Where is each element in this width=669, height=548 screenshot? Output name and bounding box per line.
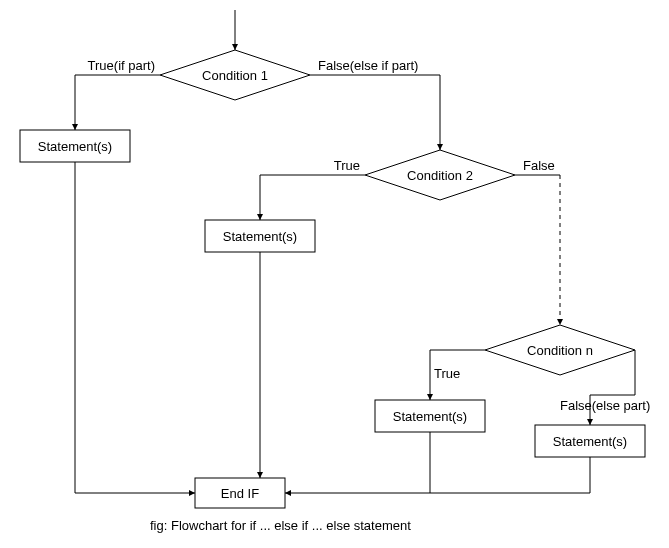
edge-stmt-else-end xyxy=(430,457,590,493)
label-condition-2: Condition 2 xyxy=(407,168,473,183)
label-end-if: End IF xyxy=(221,486,259,501)
edge-cond2-stmt-elif xyxy=(260,175,365,220)
label-stmt-n: Statement(s) xyxy=(393,409,467,424)
label-stmt-if: Statement(s) xyxy=(38,139,112,154)
edge-cond1-cond2 xyxy=(310,75,440,150)
edge-stmt-n-end xyxy=(285,432,430,493)
label-condition-1: Condition 1 xyxy=(202,68,268,83)
edge-label-true2: True xyxy=(334,158,360,173)
figure-caption: fig: Flowchart for if ... else if ... el… xyxy=(150,518,411,533)
label-stmt-else: Statement(s) xyxy=(553,434,627,449)
edge-label-truen: True xyxy=(434,366,460,381)
edge-label-false-else: False(else part) xyxy=(560,398,650,413)
label-stmt-elif: Statement(s) xyxy=(223,229,297,244)
label-condition-n: Condition n xyxy=(527,343,593,358)
edge-stmt-if-end xyxy=(75,162,195,493)
edge-label-true-if: True(if part) xyxy=(88,58,155,73)
edge-label-false-elif: False(else if part) xyxy=(318,58,418,73)
edge-label-false2: False xyxy=(523,158,555,173)
edge-cond1-stmt-if xyxy=(75,75,160,130)
flowchart: Condition 1 True(if part) Statement(s) F… xyxy=(0,0,669,548)
